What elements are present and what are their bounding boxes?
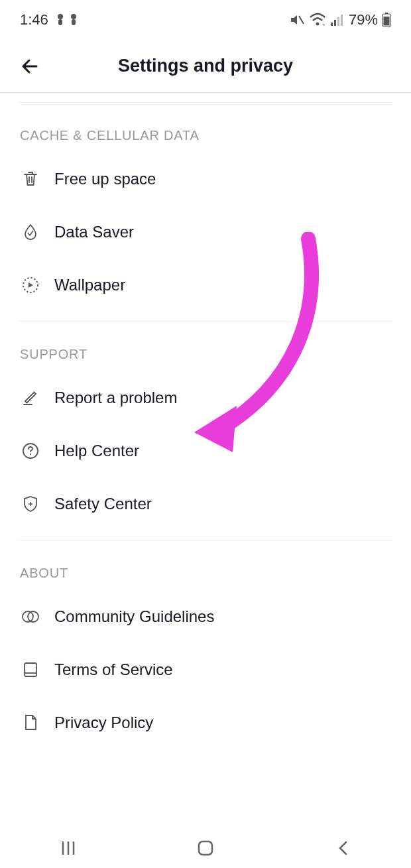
status-bar: 1:46 + 79% <box>0 0 411 40</box>
system-nav-bar <box>0 828 411 868</box>
svg-rect-19 <box>25 663 36 676</box>
menu-item-privacy-policy[interactable]: Privacy Policy <box>0 696 411 749</box>
svg-rect-1 <box>58 19 62 25</box>
nav-back-button[interactable] <box>310 839 376 857</box>
back-button[interactable] <box>13 50 46 83</box>
trash-icon <box>20 168 41 190</box>
header: Settings and privacy <box>0 40 411 93</box>
pencil-icon <box>20 387 41 408</box>
help-circle-icon <box>20 440 41 462</box>
menu-item-terms-of-service[interactable]: Terms of Service <box>0 643 411 696</box>
section-header-support: SUPPORT <box>0 322 411 371</box>
shield-icon <box>20 493 41 515</box>
nav-home-button[interactable] <box>172 839 239 857</box>
menu-item-wallpaper[interactable]: Wallpaper <box>0 259 411 312</box>
svg-point-5 <box>316 23 319 26</box>
mute-icon <box>289 13 305 27</box>
battery-percentage: 79% <box>349 11 378 29</box>
section-header-about: ABOUT <box>0 540 411 590</box>
recents-icon <box>58 839 78 857</box>
signal-icon <box>330 14 345 26</box>
status-left: 1:46 <box>20 11 79 29</box>
page-title: Settings and privacy <box>0 56 411 76</box>
document-icon <box>20 712 41 733</box>
menu-label: Wallpaper <box>54 276 125 294</box>
menu-label: Free up space <box>54 170 156 188</box>
svg-rect-24 <box>199 841 212 855</box>
svg-rect-7 <box>331 23 333 26</box>
book-icon <box>20 659 41 680</box>
menu-item-report-problem[interactable]: Report a problem <box>0 371 411 424</box>
svg-rect-3 <box>72 19 76 25</box>
arrow-left-icon <box>18 54 42 78</box>
menu-item-data-saver[interactable]: Data Saver <box>0 206 411 259</box>
menu-item-help-center[interactable]: Help Center <box>0 424 411 477</box>
menu-label: Report a problem <box>54 389 177 407</box>
svg-rect-9 <box>337 17 339 26</box>
battery-icon <box>382 13 391 27</box>
menu-label: Community Guidelines <box>54 607 214 626</box>
droplet-icon <box>20 221 41 243</box>
content: CACHE & CELLULAR DATA Free up space Data… <box>0 102 411 802</box>
wifi-icon: + <box>309 13 326 27</box>
menu-label: Help Center <box>54 442 139 460</box>
status-app-icons <box>55 13 79 27</box>
menu-item-safety-center[interactable]: Safety Center <box>0 477 411 530</box>
section-header-cache: CACHE & CELLULAR DATA <box>0 103 411 153</box>
svg-point-0 <box>58 14 63 19</box>
menu-label: Safety Center <box>54 495 152 513</box>
home-icon <box>196 839 215 857</box>
play-circle-dotted-icon <box>20 275 41 296</box>
menu-label: Data Saver <box>54 223 134 241</box>
svg-point-16 <box>30 454 31 455</box>
menu-item-community-guidelines[interactable]: Community Guidelines <box>0 590 411 643</box>
status-time: 1:46 <box>20 11 48 29</box>
menu-item-free-up-space[interactable]: Free up space <box>0 153 411 206</box>
nav-recents-button[interactable] <box>35 839 101 857</box>
svg-point-2 <box>71 14 76 19</box>
chevron-left-icon <box>337 839 349 857</box>
svg-rect-8 <box>334 20 336 26</box>
menu-label: Privacy Policy <box>54 713 153 732</box>
circles-icon <box>20 606 41 627</box>
svg-rect-13 <box>384 17 390 26</box>
svg-text:+: + <box>322 22 325 27</box>
svg-rect-10 <box>341 15 343 26</box>
status-right: + 79% <box>289 11 391 29</box>
menu-label: Terms of Service <box>54 660 173 679</box>
svg-line-4 <box>299 16 304 24</box>
